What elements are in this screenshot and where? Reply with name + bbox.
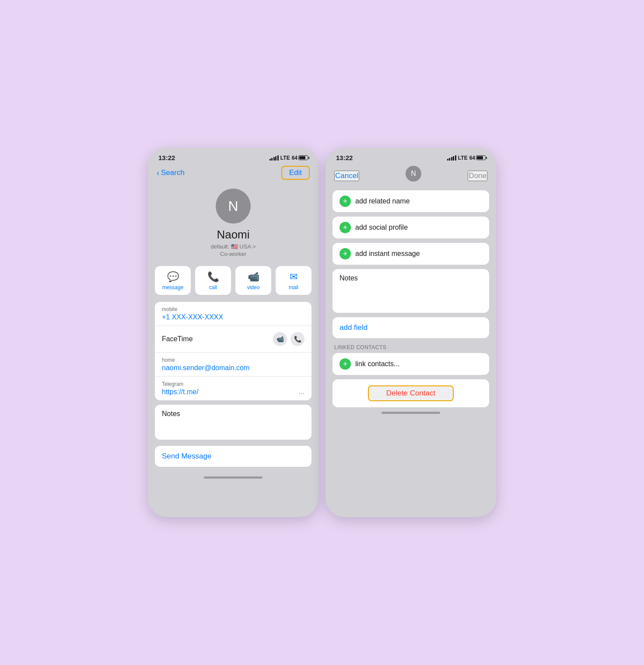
lte-label-left: LTE bbox=[280, 155, 290, 161]
video-action-button[interactable]: 📹 video bbox=[235, 266, 271, 295]
mail-action-button[interactable]: ✉ mail bbox=[276, 266, 312, 295]
contact-meta: default: 🇺🇸 USA > bbox=[210, 243, 256, 250]
mail-icon: ✉ bbox=[290, 271, 298, 283]
battery-level-right: 64 bbox=[469, 155, 475, 161]
video-icon: 📹 bbox=[248, 271, 259, 283]
screen-content-left: N Naomi default: 🇺🇸 USA > Co-worker 💬 me… bbox=[148, 184, 318, 482]
message-action-button[interactable]: 💬 message bbox=[155, 266, 191, 295]
notes-section: Notes bbox=[155, 405, 312, 440]
left-phone-screen: 13:22 LTE 64 ‹ Search bbox=[148, 148, 318, 517]
linked-contacts-header: LINKED CONTACTS bbox=[332, 343, 489, 353]
facetime-row: FaceTime 📹 📞 bbox=[155, 326, 312, 353]
edit-nav-bar: Cancel N Done bbox=[326, 164, 496, 190]
mail-label: mail bbox=[289, 284, 298, 290]
back-label: Search bbox=[161, 168, 185, 177]
avatar-initial: N bbox=[228, 198, 238, 214]
avatar: N bbox=[216, 189, 251, 224]
status-bar-left: 13:22 LTE 64 bbox=[148, 148, 318, 164]
link-contacts-section: + link contacts... bbox=[332, 353, 489, 375]
message-icon: 💬 bbox=[167, 271, 179, 283]
add-instant-message-label: add instant message bbox=[355, 250, 420, 258]
add-related-name-row[interactable]: + add related name bbox=[332, 190, 489, 212]
more-dots-icon[interactable]: ... bbox=[299, 388, 304, 396]
email-row: home naomi.sender@domain.com bbox=[155, 353, 312, 377]
contact-header: N Naomi default: 🇺🇸 USA > Co-worker bbox=[148, 184, 318, 264]
status-icons-left: LTE 64 bbox=[270, 155, 308, 161]
add-social-profile-row[interactable]: + add social profile bbox=[332, 217, 489, 238]
link-contacts-row[interactable]: + link contacts... bbox=[332, 353, 489, 375]
notes-label: Notes bbox=[162, 410, 304, 418]
add-related-name-icon: + bbox=[340, 196, 351, 207]
telegram-label: Telegram bbox=[162, 381, 304, 387]
call-label: call bbox=[209, 284, 217, 290]
screen-content-right: + add related name + add social profile … bbox=[326, 190, 496, 417]
delete-contact-button[interactable]: Delete Contact bbox=[368, 385, 454, 401]
facetime-video-button[interactable]: 📹 bbox=[273, 332, 287, 346]
add-social-profile-label: add social profile bbox=[355, 224, 408, 231]
home-indicator-right bbox=[382, 412, 440, 414]
message-label: message bbox=[162, 284, 184, 290]
telegram-row: Telegram https://t.me/ ... bbox=[155, 377, 312, 400]
notes-edit-section[interactable]: Notes bbox=[332, 269, 489, 313]
send-message-label: Send Message bbox=[162, 452, 211, 460]
back-button[interactable]: ‹ Search bbox=[157, 168, 185, 178]
battery-icon-left: 64 bbox=[292, 155, 308, 161]
edit-sections: + add related name + add social profile … bbox=[326, 190, 496, 407]
email-value[interactable]: naomi.sender@domain.com bbox=[162, 364, 304, 372]
mobile-value[interactable]: +1 XXX-XXX-XXXX bbox=[162, 313, 304, 321]
edit-avatar-initial: N bbox=[411, 170, 416, 178]
add-related-name-label: add related name bbox=[355, 197, 410, 205]
chevron-left-icon: ‹ bbox=[157, 168, 159, 178]
facetime-label: FaceTime bbox=[162, 335, 193, 343]
facetime-call-button[interactable]: 📞 bbox=[290, 332, 304, 346]
mobile-row: mobile +1 XXX-XXX-XXXX bbox=[155, 302, 312, 326]
delete-contact-section: Delete Contact bbox=[332, 379, 489, 407]
add-field-section[interactable]: add field bbox=[332, 317, 489, 338]
call-icon: 📞 bbox=[207, 271, 219, 283]
facetime-call-icon: 📞 bbox=[294, 336, 301, 343]
right-phone-screen: 13:22 LTE 64 Cancel N bbox=[326, 148, 496, 517]
email-label: home bbox=[162, 357, 304, 363]
notes-edit-label: Notes bbox=[340, 274, 482, 282]
add-related-name-section: + add related name bbox=[332, 190, 489, 212]
facetime-video-icon: 📹 bbox=[276, 336, 284, 343]
telegram-content: Telegram https://t.me/ ... bbox=[162, 381, 304, 396]
cancel-button[interactable]: Cancel bbox=[334, 171, 359, 181]
signal-icon-right bbox=[447, 155, 456, 161]
link-contacts-icon: + bbox=[340, 358, 351, 370]
contact-name: Naomi bbox=[217, 228, 249, 242]
add-instant-message-icon: + bbox=[340, 248, 351, 259]
bottom-actions: Send Message bbox=[148, 444, 318, 473]
mobile-label: mobile bbox=[162, 306, 304, 312]
signal-icon bbox=[270, 155, 279, 161]
done-button[interactable]: Done bbox=[468, 171, 487, 181]
link-contacts-label: link contacts... bbox=[355, 360, 399, 368]
nav-bar-left: ‹ Search Edit bbox=[148, 164, 318, 184]
add-instant-message-section: + add instant message bbox=[332, 243, 489, 265]
add-instant-message-row[interactable]: + add instant message bbox=[332, 243, 489, 265]
call-action-button[interactable]: 📞 call bbox=[195, 266, 231, 295]
telegram-value[interactable]: https://t.me/ bbox=[162, 388, 199, 396]
add-field-label: add field bbox=[340, 323, 368, 332]
time-right: 13:22 bbox=[336, 154, 353, 161]
battery-icon-right: 64 bbox=[469, 155, 486, 161]
send-message-item[interactable]: Send Message bbox=[155, 446, 312, 467]
add-social-profile-section: + add social profile bbox=[332, 217, 489, 238]
contact-meta-text: default: 🇺🇸 USA > bbox=[210, 243, 256, 250]
facetime-icons: 📹 📞 bbox=[273, 332, 304, 346]
home-indicator-left bbox=[204, 476, 262, 479]
contact-info-section: mobile +1 XXX-XXX-XXXX FaceTime 📹 📞 bbox=[155, 302, 312, 400]
video-label: video bbox=[247, 284, 260, 290]
edit-button[interactable]: Edit bbox=[281, 166, 310, 180]
lte-label-right: LTE bbox=[458, 155, 468, 161]
status-bar-right: 13:22 LTE 64 bbox=[326, 148, 496, 164]
edit-avatar-small: N bbox=[406, 166, 421, 182]
battery-level-left: 64 bbox=[292, 155, 298, 161]
add-social-profile-icon: + bbox=[340, 222, 351, 233]
action-buttons: 💬 message 📞 call 📹 video ✉ mail bbox=[148, 264, 318, 302]
time-left: 13:22 bbox=[158, 154, 175, 161]
contact-role: Co-worker bbox=[220, 251, 246, 257]
status-icons-right: LTE 64 bbox=[447, 155, 486, 161]
